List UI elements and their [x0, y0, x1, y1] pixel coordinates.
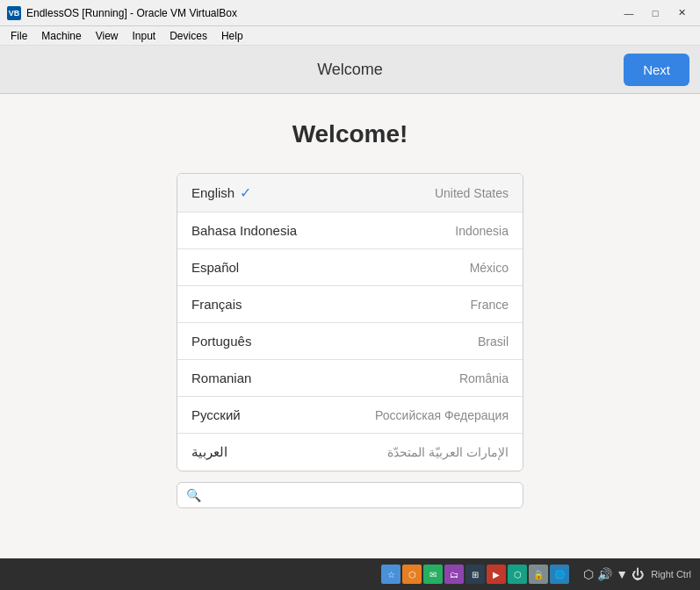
- welcome-heading: Welcome!: [292, 120, 408, 148]
- status-bar: ☆ ⬡ ✉ 🗂 ⊞ ▶ ⬡ 🔒 🌐 ⬡ 🔊 ▼ ⏻ Right Ctrl: [0, 558, 700, 590]
- search-input[interactable]: [206, 488, 514, 502]
- next-button[interactable]: Next: [624, 54, 689, 86]
- taskbar-icon-7[interactable]: ⬡: [508, 565, 527, 584]
- power-icon[interactable]: ⏻: [631, 567, 644, 581]
- app-icon: VB: [7, 6, 21, 20]
- lang-row-portugues[interactable]: Português Brasil: [177, 323, 523, 360]
- menu-machine[interactable]: Machine: [34, 28, 88, 44]
- lang-region-english: United States: [435, 186, 509, 200]
- lang-row-bahasa[interactable]: Bahasa Indonesia Indonesia: [177, 212, 523, 249]
- check-icon-english: ✓: [240, 184, 251, 201]
- title-bar: VB EndlessOS [Running] - Oracle VM Virtu…: [0, 0, 700, 26]
- lang-name-romanian: Romanian: [191, 371, 251, 385]
- network-icon[interactable]: ⬡: [583, 567, 594, 581]
- taskbar-icon-6[interactable]: ▶: [487, 565, 506, 584]
- lang-region-francais: France: [470, 298, 509, 312]
- lang-name-portugues: Português: [191, 334, 251, 349]
- lang-name-bahasa: Bahasa Indonesia: [191, 223, 297, 238]
- menu-help[interactable]: Help: [214, 28, 250, 44]
- taskbar-icon-4[interactable]: 🗂: [444, 565, 464, 584]
- lang-name-english: English ✓: [191, 184, 251, 201]
- language-list: English ✓ United States Bahasa Indonesia…: [177, 173, 523, 471]
- main-content: Welcome! English ✓ United States Bahasa …: [0, 94, 700, 558]
- lang-name-russian: Русский: [191, 407, 241, 422]
- window-controls: — □ ✕: [617, 5, 693, 21]
- lang-name-espanol: Español: [191, 260, 239, 275]
- sys-tray: ⬡ 🔊 ▼ ⏻ Right Ctrl: [583, 567, 691, 581]
- taskbar-icon-8[interactable]: 🔒: [529, 565, 548, 584]
- menu-view[interactable]: View: [89, 28, 126, 44]
- arrow-down-icon[interactable]: ▼: [616, 567, 628, 581]
- menu-devices[interactable]: Devices: [162, 28, 214, 44]
- taskbar-icon-1[interactable]: ☆: [381, 565, 401, 584]
- minimize-button[interactable]: —: [617, 5, 640, 21]
- lang-row-arabic[interactable]: العربية الإمارات العربيّة المتحدّة: [177, 434, 523, 471]
- taskbar-icon-3[interactable]: ✉: [423, 565, 443, 584]
- lang-row-russian[interactable]: Русский Российская Федерация: [177, 397, 523, 434]
- taskbar-icon-9[interactable]: 🌐: [550, 565, 569, 584]
- lang-region-espanol: México: [470, 261, 509, 275]
- lang-region-russian: Российская Федерация: [375, 408, 509, 422]
- lang-row-espanol[interactable]: Español México: [177, 249, 523, 286]
- taskbar-icon-2[interactable]: ⬡: [402, 565, 422, 584]
- volume-icon[interactable]: 🔊: [597, 567, 612, 581]
- lang-region-portugues: Brasil: [478, 335, 509, 349]
- menu-file[interactable]: File: [4, 28, 34, 44]
- lang-region-romanian: România: [459, 371, 509, 385]
- lang-name-francais: Français: [191, 297, 242, 312]
- search-icon: 🔍: [186, 488, 201, 502]
- lang-region-arabic: الإمارات العربيّة المتحدّة: [387, 445, 509, 459]
- lang-region-bahasa: Indonesia: [455, 224, 509, 238]
- lang-row-francais[interactable]: Français France: [177, 286, 523, 323]
- app-header-title: Welcome: [317, 61, 383, 79]
- close-button[interactable]: ✕: [670, 5, 693, 21]
- title-bar-text: EndlessOS [Running] - Oracle VM VirtualB…: [26, 7, 617, 19]
- lang-row-english[interactable]: English ✓ United States: [177, 174, 523, 212]
- menu-bar: File Machine View Input Devices Help: [0, 26, 700, 46]
- taskbar-icon-5[interactable]: ⊞: [465, 565, 485, 584]
- lang-row-romanian[interactable]: Romanian România: [177, 360, 523, 397]
- search-container: 🔍: [177, 482, 523, 508]
- menu-input[interactable]: Input: [126, 28, 163, 44]
- app-header: Welcome Next: [0, 46, 700, 94]
- maximize-button[interactable]: □: [644, 5, 667, 21]
- right-ctrl-label: Right Ctrl: [651, 569, 691, 579]
- taskbar-app-icons: ☆ ⬡ ✉ 🗂 ⊞ ▶ ⬡ 🔒 🌐: [381, 565, 569, 584]
- lang-name-arabic: العربية: [191, 444, 227, 460]
